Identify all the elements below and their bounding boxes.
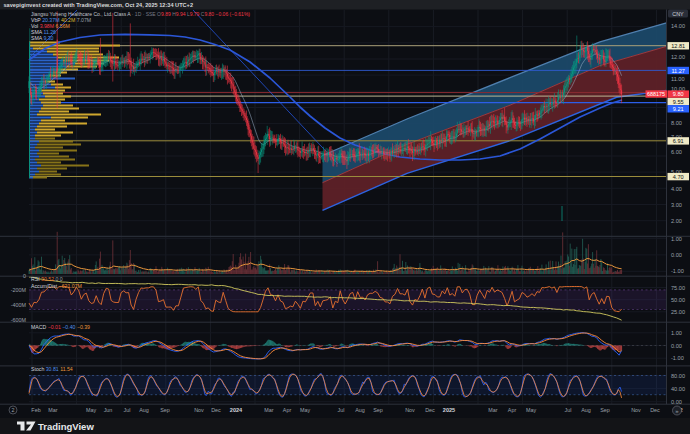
svg-text:11.27: 11.27 [671,68,685,74]
svg-text:Sep: Sep [600,407,610,413]
svg-text:9.55: 9.55 [673,99,684,105]
svg-text:SMA 9.30: SMA 9.30 [31,35,54,41]
svg-text:-1.00: -1.00 [671,355,684,361]
svg-text:80.00: 80.00 [671,373,685,379]
svg-text:May: May [300,407,310,413]
svg-text:3.00: 3.00 [671,202,682,208]
svg-text:0.00: 0.00 [671,343,682,349]
svg-text:Nov: Nov [194,407,204,413]
svg-text:Aug: Aug [139,407,149,413]
svg-text:Stoch 30.81 11.54: Stoch 30.81 11.54 [31,366,73,372]
svg-text:Dec: Dec [650,407,660,413]
svg-text:Apr: Apr [283,407,292,413]
svg-text:2025: 2025 [443,407,455,413]
svg-text:688175: 688175 [647,91,665,97]
svg-text:Jul: Jul [338,407,345,413]
svg-text:Feb: Feb [31,407,40,413]
svg-text:6.00: 6.00 [671,149,682,155]
svg-text:Jul: Jul [565,407,572,413]
svg-text:14.00: 14.00 [671,23,685,29]
svg-text:-400M: -400M [11,302,27,308]
svg-text:4.70: 4.70 [673,174,684,180]
svg-text:0.00: 0.00 [671,252,682,258]
svg-text:Mar: Mar [264,407,273,413]
svg-text:50.00: 50.00 [671,297,685,303]
svg-text:Mar: Mar [48,407,57,413]
svg-text:Dec: Dec [211,407,221,413]
svg-text:CNY: CNY [672,11,684,17]
svg-text:12.00: 12.00 [671,54,685,60]
svg-text:Apr: Apr [508,407,517,413]
svg-text:-600M: -600M [11,317,27,323]
svg-text:2.00: 2.00 [671,218,682,224]
svg-text:MACD −0.01 −0.40 −0.39: MACD −0.01 −0.40 −0.39 [31,324,90,330]
svg-text:12.81: 12.81 [671,43,685,49]
svg-text:2: 2 [12,407,15,413]
svg-text:9.21: 9.21 [673,106,684,112]
svg-text:75.00: 75.00 [671,285,685,291]
svg-text:Dec: Dec [425,407,435,413]
svg-text:May: May [526,407,536,413]
svg-text:-200M: -200M [11,287,27,293]
svg-text:9.80: 9.80 [673,91,684,97]
svg-text:6.91: 6.91 [673,138,684,144]
svg-text:Jul: Jul [124,407,131,413]
svg-text:TradingView: TradingView [38,421,94,432]
svg-text:RSI 30.52 0 0: RSI 30.52 0 0 [31,276,63,282]
svg-text:Nov: Nov [631,407,641,413]
svg-text:40.00: 40.00 [671,386,685,392]
svg-text:1.00: 1.00 [671,330,682,336]
svg-text:25.00: 25.00 [671,309,685,315]
svg-text:Jiangsu Yuheng Healthcare Co.,: Jiangsu Yuheng Healthcare Co., Ltd. Clas… [31,11,250,17]
svg-text:Accum/Dist −621.07M: Accum/Dist −621.07M [31,283,82,289]
svg-text:0.00: 0.00 [671,399,682,405]
svg-text:May: May [86,407,96,413]
svg-text:Aug: Aug [581,407,591,413]
svg-text:2024: 2024 [230,407,243,413]
svg-text:Jun: Jun [104,407,113,413]
svg-text:4.00: 4.00 [671,186,682,192]
svg-text:Sep: Sep [160,407,170,413]
svg-text:Nov: Nov [405,407,415,413]
svg-text:Aug: Aug [355,407,365,413]
svg-text:savepiginvest created with Tra: savepiginvest created with TradingView.c… [4,2,194,8]
svg-text:-1.00: -1.00 [671,268,684,274]
svg-text:Mar: Mar [488,407,497,413]
svg-text:11.00: 11.00 [671,76,685,82]
svg-text:1.00: 1.00 [671,236,682,242]
svg-text:8.00: 8.00 [671,120,682,126]
svg-text:Sep: Sep [373,407,383,413]
svg-text:0: 0 [23,273,26,279]
